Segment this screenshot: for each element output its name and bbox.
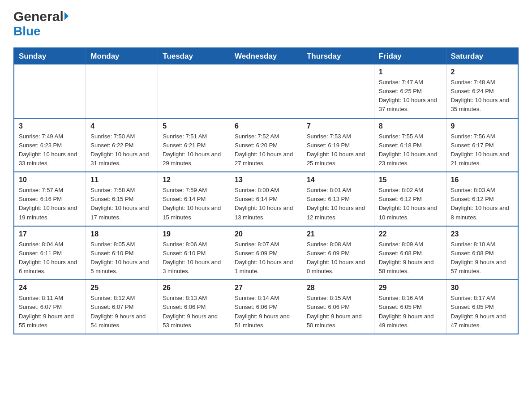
calendar-cell: 1Sunrise: 7:47 AM Sunset: 6:25 PM Daylig…	[374, 64, 446, 118]
calendar-cell	[230, 64, 302, 118]
day-number: 6	[235, 122, 297, 130]
day-number: 5	[163, 122, 225, 130]
day-number: 28	[307, 284, 369, 292]
day-info: Sunrise: 8:06 AM Sunset: 6:10 PM Dayligh…	[163, 240, 225, 276]
logo-arrow-icon	[64, 12, 69, 20]
day-number: 12	[163, 176, 225, 184]
day-number: 4	[90, 122, 153, 130]
calendar-cell	[302, 64, 374, 118]
calendar-cell: 30Sunrise: 8:17 AM Sunset: 6:05 PM Dayli…	[446, 280, 518, 334]
day-number: 3	[19, 122, 81, 130]
day-info: Sunrise: 8:03 AM Sunset: 6:12 PM Dayligh…	[451, 186, 513, 222]
calendar-cell: 20Sunrise: 8:07 AM Sunset: 6:09 PM Dayli…	[230, 226, 302, 280]
day-number: 13	[235, 176, 297, 184]
calendar-week-row: 3Sunrise: 7:49 AM Sunset: 6:23 PM Daylig…	[14, 118, 518, 172]
day-number: 2	[451, 68, 513, 76]
calendar-header-wednesday: Wednesday	[230, 48, 302, 64]
day-info: Sunrise: 8:13 AM Sunset: 6:06 PM Dayligh…	[163, 294, 225, 330]
calendar-cell: 27Sunrise: 8:14 AM Sunset: 6:06 PM Dayli…	[230, 280, 302, 334]
calendar-cell: 28Sunrise: 8:15 AM Sunset: 6:06 PM Dayli…	[302, 280, 374, 334]
day-number: 8	[379, 122, 442, 130]
calendar-cell: 12Sunrise: 7:59 AM Sunset: 6:14 PM Dayli…	[158, 172, 230, 226]
day-info: Sunrise: 8:15 AM Sunset: 6:06 PM Dayligh…	[307, 294, 369, 330]
calendar-cell: 8Sunrise: 7:55 AM Sunset: 6:18 PM Daylig…	[374, 118, 446, 172]
day-info: Sunrise: 7:57 AM Sunset: 6:16 PM Dayligh…	[19, 186, 81, 222]
calendar-cell: 29Sunrise: 8:16 AM Sunset: 6:05 PM Dayli…	[374, 280, 446, 334]
day-number: 21	[307, 230, 369, 238]
calendar-cell: 6Sunrise: 7:52 AM Sunset: 6:20 PM Daylig…	[230, 118, 302, 172]
calendar-cell: 23Sunrise: 8:10 AM Sunset: 6:08 PM Dayli…	[446, 226, 518, 280]
day-info: Sunrise: 7:50 AM Sunset: 6:22 PM Dayligh…	[90, 132, 153, 168]
day-info: Sunrise: 8:17 AM Sunset: 6:05 PM Dayligh…	[451, 294, 513, 330]
day-number: 1	[379, 68, 442, 76]
calendar-week-row: 10Sunrise: 7:57 AM Sunset: 6:16 PM Dayli…	[14, 172, 518, 226]
day-info: Sunrise: 7:59 AM Sunset: 6:14 PM Dayligh…	[163, 186, 225, 222]
logo-general-text: General	[13, 9, 64, 24]
day-info: Sunrise: 8:16 AM Sunset: 6:05 PM Dayligh…	[379, 294, 442, 330]
calendar-cell: 3Sunrise: 7:49 AM Sunset: 6:23 PM Daylig…	[14, 118, 86, 172]
day-number: 27	[235, 284, 297, 292]
day-info: Sunrise: 7:56 AM Sunset: 6:17 PM Dayligh…	[451, 132, 513, 168]
day-number: 29	[379, 284, 442, 292]
day-number: 7	[307, 122, 369, 130]
day-number: 23	[451, 230, 513, 238]
calendar-week-row: 24Sunrise: 8:11 AM Sunset: 6:07 PM Dayli…	[14, 280, 518, 334]
day-number: 9	[451, 122, 513, 130]
day-number: 22	[379, 230, 442, 238]
calendar-header-thursday: Thursday	[302, 48, 374, 64]
calendar-cell	[158, 64, 230, 118]
calendar-cell: 25Sunrise: 8:12 AM Sunset: 6:07 PM Dayli…	[86, 280, 158, 334]
day-info: Sunrise: 7:48 AM Sunset: 6:24 PM Dayligh…	[451, 78, 513, 114]
day-info: Sunrise: 8:08 AM Sunset: 6:09 PM Dayligh…	[307, 240, 369, 276]
calendar-cell: 5Sunrise: 7:51 AM Sunset: 6:21 PM Daylig…	[158, 118, 230, 172]
calendar-cell: 22Sunrise: 8:09 AM Sunset: 6:08 PM Dayli…	[374, 226, 446, 280]
day-number: 18	[90, 230, 153, 238]
calendar-cell: 21Sunrise: 8:08 AM Sunset: 6:09 PM Dayli…	[302, 226, 374, 280]
day-number: 25	[90, 284, 153, 292]
day-number: 14	[307, 176, 369, 184]
calendar-cell: 26Sunrise: 8:13 AM Sunset: 6:06 PM Dayli…	[158, 280, 230, 334]
day-number: 10	[19, 176, 81, 184]
calendar-week-row: 1Sunrise: 7:47 AM Sunset: 6:25 PM Daylig…	[14, 64, 518, 118]
calendar-cell: 10Sunrise: 7:57 AM Sunset: 6:16 PM Dayli…	[14, 172, 86, 226]
calendar-cell: 13Sunrise: 8:00 AM Sunset: 6:14 PM Dayli…	[230, 172, 302, 226]
day-info: Sunrise: 7:55 AM Sunset: 6:18 PM Dayligh…	[379, 132, 442, 168]
day-number: 11	[90, 176, 153, 184]
calendar-header-monday: Monday	[86, 48, 158, 64]
day-info: Sunrise: 7:53 AM Sunset: 6:19 PM Dayligh…	[307, 132, 369, 168]
calendar-cell: 15Sunrise: 8:02 AM Sunset: 6:12 PM Dayli…	[374, 172, 446, 226]
day-info: Sunrise: 8:07 AM Sunset: 6:09 PM Dayligh…	[235, 240, 297, 276]
calendar-table: SundayMondayTuesdayWednesdayThursdayFrid…	[13, 47, 519, 334]
calendar-cell: 11Sunrise: 7:58 AM Sunset: 6:15 PM Dayli…	[86, 172, 158, 226]
day-number: 16	[451, 176, 513, 184]
calendar-cell: 16Sunrise: 8:03 AM Sunset: 6:12 PM Dayli…	[446, 172, 518, 226]
day-number: 17	[19, 230, 81, 238]
day-number: 20	[235, 230, 297, 238]
day-info: Sunrise: 8:10 AM Sunset: 6:08 PM Dayligh…	[451, 240, 513, 276]
logo-blue-text: Blue	[13, 24, 41, 39]
calendar-cell: 18Sunrise: 8:05 AM Sunset: 6:10 PM Dayli…	[86, 226, 158, 280]
calendar-week-row: 17Sunrise: 8:04 AM Sunset: 6:11 PM Dayli…	[14, 226, 518, 280]
day-info: Sunrise: 7:51 AM Sunset: 6:21 PM Dayligh…	[163, 132, 225, 168]
day-info: Sunrise: 8:09 AM Sunset: 6:08 PM Dayligh…	[379, 240, 442, 276]
calendar-header-row: SundayMondayTuesdayWednesdayThursdayFrid…	[14, 48, 518, 64]
calendar-header-saturday: Saturday	[446, 48, 518, 64]
day-info: Sunrise: 7:47 AM Sunset: 6:25 PM Dayligh…	[379, 78, 442, 114]
calendar-cell: 17Sunrise: 8:04 AM Sunset: 6:11 PM Dayli…	[14, 226, 86, 280]
day-info: Sunrise: 8:00 AM Sunset: 6:14 PM Dayligh…	[235, 186, 297, 222]
calendar-cell: 24Sunrise: 8:11 AM Sunset: 6:07 PM Dayli…	[14, 280, 86, 334]
day-info: Sunrise: 8:04 AM Sunset: 6:11 PM Dayligh…	[19, 240, 81, 276]
page-header: General Blue	[13, 9, 519, 39]
day-info: Sunrise: 8:02 AM Sunset: 6:12 PM Dayligh…	[379, 186, 442, 222]
day-number: 15	[379, 176, 442, 184]
calendar-header-tuesday: Tuesday	[158, 48, 230, 64]
logo: General Blue	[13, 9, 69, 39]
calendar-cell: 4Sunrise: 7:50 AM Sunset: 6:22 PM Daylig…	[86, 118, 158, 172]
calendar-cell: 7Sunrise: 7:53 AM Sunset: 6:19 PM Daylig…	[302, 118, 374, 172]
day-info: Sunrise: 8:01 AM Sunset: 6:13 PM Dayligh…	[307, 186, 369, 222]
day-info: Sunrise: 8:12 AM Sunset: 6:07 PM Dayligh…	[90, 294, 153, 330]
day-info: Sunrise: 7:52 AM Sunset: 6:20 PM Dayligh…	[235, 132, 297, 168]
calendar-cell	[86, 64, 158, 118]
day-info: Sunrise: 8:14 AM Sunset: 6:06 PM Dayligh…	[235, 294, 297, 330]
calendar-cell: 2Sunrise: 7:48 AM Sunset: 6:24 PM Daylig…	[446, 64, 518, 118]
